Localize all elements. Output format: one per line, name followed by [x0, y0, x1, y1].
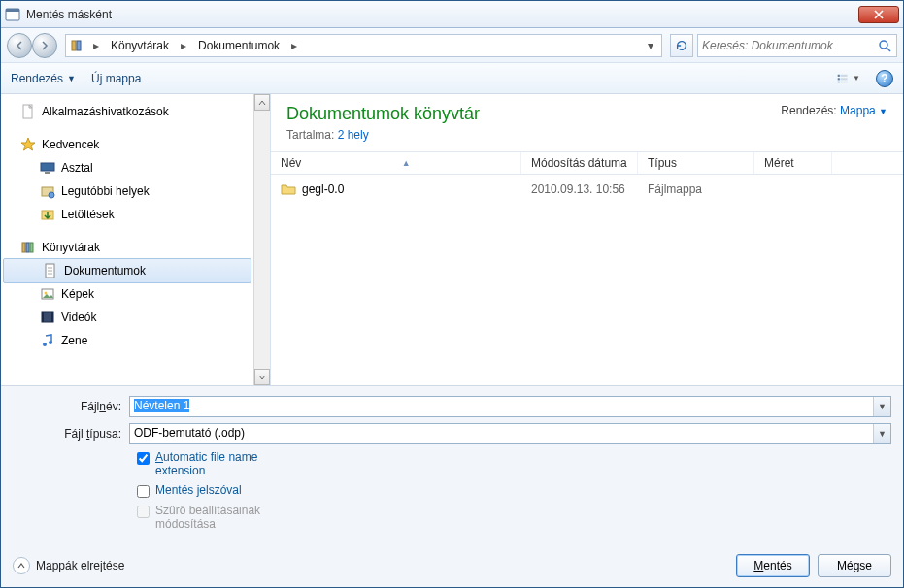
cancel-button[interactable]: Mégse — [818, 554, 891, 577]
sidebar-scrollbar[interactable] — [253, 94, 270, 385]
chevron-right-icon: ▸ — [177, 39, 190, 52]
refresh-button[interactable] — [670, 34, 693, 57]
chevron-up-icon — [13, 557, 30, 574]
svg-rect-2 — [72, 41, 76, 50]
chevron-down-icon: ▼ — [878, 402, 887, 411]
close-button[interactable] — [858, 6, 899, 23]
breadcrumb-libraries[interactable]: Könyvtárak — [107, 37, 173, 54]
save-password-checkbox[interactable] — [137, 485, 150, 498]
save-button[interactable]: Mentés — [736, 554, 810, 577]
library-subtitle: Tartalma: 2 hely — [286, 128, 480, 142]
column-header-size[interactable]: Méret — [754, 152, 832, 174]
toolbar: Rendezés ▼ Új mappa ▼ ? — [1, 63, 903, 94]
hide-folders-button[interactable]: Mappák elrejtése — [13, 557, 124, 574]
downloads-icon — [40, 207, 55, 222]
titlebar: Mentés másként — [1, 1, 903, 28]
save-as-dialog: Mentés másként ▸ Könyvtárak ▸ Dokumentum… — [0, 0, 904, 588]
sidebar-item-label: Képek — [61, 287, 94, 301]
column-header-type[interactable]: Típus — [638, 152, 754, 174]
svg-point-27 — [49, 341, 52, 344]
svg-rect-12 — [41, 163, 54, 171]
filename-dropdown-button[interactable]: ▼ — [873, 397, 890, 416]
search-input[interactable] — [702, 39, 877, 52]
window-title: Mentés másként — [26, 8, 858, 21]
help-button[interactable]: ? — [876, 70, 893, 87]
search-icon[interactable] — [877, 38, 892, 53]
scroll-down-button[interactable] — [254, 369, 270, 385]
column-header-date[interactable]: Módosítás dátuma — [521, 152, 638, 174]
chevron-right-icon: ▸ — [89, 39, 103, 52]
breadcrumb[interactable]: ▸ Könyvtárak ▸ Dokumentumok ▸ ▾ — [65, 34, 662, 57]
navbar: ▸ Könyvtárak ▸ Dokumentumok ▸ ▾ — [1, 28, 903, 63]
arrow-right-icon — [39, 40, 50, 51]
desktop-icon — [40, 160, 55, 176]
sidebar-item-libraries[interactable]: Könyvtárak — [1, 236, 253, 259]
content-area: Dokumentumok könyvtár Tartalma: 2 hely R… — [271, 94, 903, 385]
breadcrumb-dropdown[interactable]: ▾ — [644, 39, 657, 52]
list-item[interactable]: gegl-0.0 2010.09.13. 10:56 Fájlmappa — [271, 179, 903, 200]
svg-point-4 — [880, 41, 887, 49]
pictures-icon — [40, 286, 55, 302]
auto-extension-label: Automatic file name extension — [155, 450, 311, 477]
library-title: Dokumentumok könyvtár — [286, 104, 480, 124]
sidebar-item-pictures[interactable]: Képek — [1, 282, 253, 306]
breadcrumb-documents[interactable]: Dokumentumok — [194, 37, 284, 54]
sidebar-item-videos[interactable]: Videók — [1, 306, 253, 329]
sidebar-item-app-links[interactable]: Alkalmazáshivatkozások — [1, 100, 253, 123]
auto-extension-checkbox[interactable] — [137, 452, 150, 465]
file-type: Fájlmappa — [638, 182, 754, 196]
sidebar-item-downloads[interactable]: Letöltések — [1, 203, 253, 226]
sidebar-item-label: Legutóbbi helyek — [61, 184, 150, 198]
svg-rect-18 — [26, 243, 29, 252]
nav-back-button[interactable] — [7, 33, 32, 58]
recent-icon — [40, 183, 55, 199]
svg-point-22 — [45, 292, 48, 295]
sidebar-item-label: Kedvencek — [42, 138, 99, 151]
sidebar-item-documents[interactable]: Dokumentumok — [3, 258, 251, 283]
star-icon — [20, 137, 36, 152]
videos-icon — [40, 310, 55, 325]
filetype-label: Fájl típusa: — [13, 427, 129, 441]
filetype-select[interactable]: ODF-bemutató (.odp) — [129, 423, 891, 444]
chevron-down-icon: ▼ — [878, 429, 887, 439]
nav-forward-button[interactable] — [32, 33, 57, 58]
library-icon — [70, 38, 85, 53]
sidebar-item-label: Könyvtárak — [42, 241, 100, 254]
checkbox-auto-extension[interactable]: Automatic file name extension — [137, 450, 891, 477]
sidebar-item-label: Asztal — [61, 161, 93, 175]
filename-input[interactable]: Névtelen 1 — [129, 396, 891, 417]
library-icon — [20, 240, 36, 255]
view-options-button[interactable]: ▼ — [837, 70, 860, 87]
filename-label: Fájlnév: — [13, 400, 129, 413]
scroll-up-button[interactable] — [254, 94, 270, 111]
sidebar-item-desktop[interactable]: Asztal — [1, 156, 253, 180]
sidebar: Alkalmazáshivatkozások Kedvencek Asztal … — [1, 94, 271, 385]
new-folder-button[interactable]: Új mappa — [91, 72, 141, 85]
file-name: gegl-0.0 — [302, 182, 344, 196]
app-icon — [5, 7, 20, 22]
svg-rect-7 — [838, 78, 840, 80]
locations-link[interactable]: 2 hely — [338, 128, 369, 142]
body: Alkalmazáshivatkozások Kedvencek Asztal … — [1, 94, 903, 385]
checkbox-filter-settings: Szűrő beállításainak módosítása — [137, 504, 891, 531]
svg-rect-9 — [838, 81, 840, 82]
close-icon — [874, 10, 884, 19]
sort-label: Rendezés: — [781, 104, 836, 117]
sort-value[interactable]: Mappa ▼ — [840, 104, 887, 117]
svg-rect-6 — [841, 74, 848, 76]
file-list: gegl-0.0 2010.09.13. 10:56 Fájlmappa — [271, 175, 903, 200]
column-headers: Név ▲ Módosítás dátuma Típus Méret — [271, 151, 903, 175]
chevron-up-icon — [258, 99, 266, 107]
filetype-dropdown-button[interactable]: ▼ — [873, 424, 890, 443]
file-date: 2010.09.13. 10:56 — [521, 182, 638, 196]
save-password-label: Mentés jelszóval — [155, 483, 242, 497]
search-box[interactable] — [697, 34, 897, 57]
svg-point-26 — [43, 343, 47, 346]
sidebar-item-recent[interactable]: Legutóbbi helyek — [1, 180, 253, 203]
sidebar-item-favorites[interactable]: Kedvencek — [1, 133, 253, 156]
organize-button[interactable]: Rendezés ▼ — [11, 72, 76, 85]
chevron-down-icon: ▼ — [879, 107, 887, 116]
checkbox-save-password[interactable]: Mentés jelszóval — [137, 483, 891, 498]
column-header-name[interactable]: Név ▲ — [271, 152, 521, 174]
sidebar-item-music[interactable]: Zene — [1, 329, 253, 352]
